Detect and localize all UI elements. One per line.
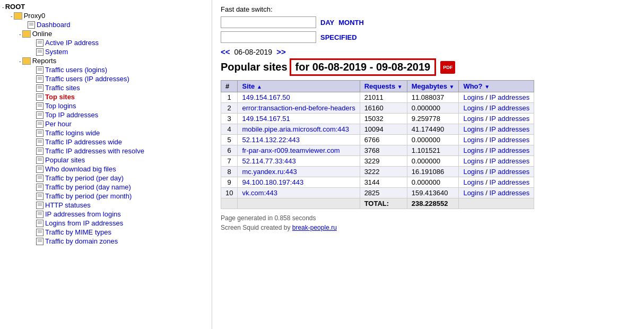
- col-header-requests[interactable]: Requests ▼: [360, 81, 407, 92]
- site-link-9[interactable]: vk.com:443: [242, 189, 277, 197]
- col-header-megabytes[interactable]: Megabytes ▼: [407, 81, 459, 92]
- doc-icon-popular-sites: [36, 157, 43, 164]
- sidebar-item-popular-sites[interactable]: Popular sites: [0, 155, 212, 164]
- sidebar-item-traffic-period-day[interactable]: Traffic by period (per day): [0, 174, 212, 183]
- cell-requests-7: 3222: [360, 167, 407, 177]
- sidebar-item-traffic-ip-wide[interactable]: Traffic IP addresses wide: [0, 137, 212, 146]
- site-link-4[interactable]: 52.114.132.22:443: [242, 136, 299, 144]
- sort-megabytes-link[interactable]: Megabytes ▼: [412, 82, 455, 90]
- sort-requests-link[interactable]: Requests ▼: [364, 82, 403, 90]
- folder-icon-reports: [22, 57, 31, 65]
- cell-requests-5: 3768: [360, 145, 407, 156]
- col-header-who[interactable]: Who? ▼: [459, 81, 534, 92]
- doc-icon-ip-from-logins: [36, 211, 43, 218]
- logins-link-8[interactable]: Logins: [463, 178, 483, 186]
- sidebar-item-traffic-period-dayname[interactable]: Traffic by period (day name): [0, 183, 212, 192]
- doc-icon-traffic-period-day: [36, 175, 43, 182]
- prev-link[interactable]: <<: [221, 47, 230, 56]
- table-row: 10vk.com:4432825159.413640Logins / IP ad…: [221, 188, 534, 198]
- sidebar-item-who-download[interactable]: Who download big files: [0, 164, 212, 174]
- sidebar-item-per-hour[interactable]: Per hour: [0, 119, 212, 128]
- pdf-icon[interactable]: PDF: [440, 61, 455, 74]
- separator-0: /: [484, 93, 490, 101]
- specified-link[interactable]: SPECIFIED: [320, 33, 357, 41]
- doc-icon-top-sites: [36, 93, 43, 101]
- ipaddresses-link-5[interactable]: IP addresses: [490, 146, 530, 154]
- cell-num-5: 6: [221, 145, 238, 156]
- sidebar-label-root: ROOT: [5, 3, 25, 11]
- site-link-5[interactable]: fr-par-anx-r009.teamviewer.com: [242, 146, 340, 154]
- ipaddresses-link-1[interactable]: IP addresses: [490, 104, 530, 112]
- total-empty-1: [221, 198, 238, 209]
- separator-7: /: [484, 168, 490, 176]
- sidebar-item-logins-from-ip[interactable]: Logins from IP addresses: [0, 219, 212, 228]
- sort-who-link[interactable]: Who? ▼: [463, 82, 490, 90]
- logins-link-1[interactable]: Logins: [463, 104, 483, 112]
- cell-requests-6: 3229: [360, 156, 407, 167]
- sidebar-item-traffic-period-month[interactable]: Traffic by period (per month): [0, 192, 212, 201]
- sidebar-item-traffic-logins-wide[interactable]: Traffic logins wide: [0, 128, 212, 137]
- sidebar-item-top-sites[interactable]: Top sites: [0, 92, 212, 101]
- toggle-icon-root[interactable]: -: [2, 4, 4, 10]
- month-link[interactable]: MONTH: [338, 19, 364, 27]
- ipaddresses-link-8[interactable]: IP addresses: [490, 178, 530, 186]
- next-link[interactable]: >>: [276, 47, 286, 56]
- logins-link-9[interactable]: Logins: [463, 189, 483, 197]
- doc-icon-logins-from-ip: [36, 220, 43, 227]
- date-input-1[interactable]: [221, 16, 316, 28]
- footer-credit-link[interactable]: break-people.ru: [292, 224, 337, 231]
- sidebar-item-top-ip-addresses[interactable]: Top IP addresses: [0, 110, 212, 119]
- sidebar-item-traffic-ip-resolve[interactable]: Traffic IP addresses with resolve: [0, 146, 212, 155]
- site-link-8[interactable]: 94.100.180.197:443: [242, 178, 303, 186]
- sidebar-item-traffic-users-ip[interactable]: Traffic users (IP addresses): [0, 74, 212, 83]
- logins-link-3[interactable]: Logins: [463, 125, 483, 133]
- ipaddresses-link-0[interactable]: IP addresses: [490, 93, 530, 101]
- site-link-3[interactable]: mobile.pipe.aria.microsoft.com:443: [242, 125, 349, 133]
- cell-who-0: Logins / IP addresses: [459, 92, 534, 103]
- logins-link-5[interactable]: Logins: [463, 146, 483, 154]
- sidebar-item-top-logins[interactable]: Top logins: [0, 101, 212, 110]
- site-link-2[interactable]: 149.154.167.51: [242, 115, 290, 123]
- day-month-row: DAY MONTH: [221, 16, 636, 28]
- site-link-0[interactable]: 149.154.167.50: [242, 93, 290, 101]
- col-header-site[interactable]: Site ▲: [238, 81, 360, 92]
- doc-icon-top-ip-addresses: [36, 111, 43, 119]
- sort-site-link[interactable]: Site ▲: [242, 82, 262, 90]
- logins-link-4[interactable]: Logins: [463, 136, 483, 144]
- page-title-prefix: Popular sites: [221, 61, 288, 73]
- sidebar-item-traffic-mime[interactable]: Traffic by MIME types: [0, 228, 212, 237]
- doc-icon-who-download: [36, 166, 43, 173]
- toggle-icon-reports[interactable]: -: [19, 58, 21, 64]
- sidebar-item-active-ip[interactable]: Active IP address: [0, 38, 212, 47]
- ipaddresses-link-9[interactable]: IP addresses: [490, 189, 530, 197]
- toggle-icon-online[interactable]: -: [19, 31, 21, 37]
- logins-link-0[interactable]: Logins: [463, 93, 483, 101]
- sidebar-label-reports: Reports: [32, 57, 57, 65]
- site-link-6[interactable]: 52.114.77.33:443: [242, 157, 295, 165]
- sidebar-item-ip-from-logins[interactable]: IP addresses from logins: [0, 210, 212, 219]
- sidebar-item-dashboard[interactable]: Dashboard: [0, 20, 212, 29]
- logins-link-2[interactable]: Logins: [463, 115, 483, 123]
- sidebar-item-system[interactable]: System: [0, 47, 212, 56]
- toggle-icon-proxy0[interactable]: -: [11, 13, 13, 19]
- site-link-7[interactable]: mc.yandex.ru:443: [242, 168, 297, 176]
- current-date: 06-08-2019: [234, 48, 273, 56]
- sidebar-item-traffic-domain[interactable]: Traffic by domain zones: [0, 237, 212, 246]
- day-link[interactable]: DAY: [320, 19, 334, 27]
- ipaddresses-link-7[interactable]: IP addresses: [490, 168, 530, 176]
- sidebar-item-traffic-users-logins[interactable]: Traffic users (logins): [0, 65, 212, 74]
- separator-5: /: [484, 146, 490, 154]
- logins-link-6[interactable]: Logins: [463, 157, 483, 165]
- logins-link-7[interactable]: Logins: [463, 168, 483, 176]
- ipaddresses-link-3[interactable]: IP addresses: [490, 125, 530, 133]
- table-row: 994.100.180.197:44331440.000000Logins / …: [221, 177, 534, 188]
- ipaddresses-link-2[interactable]: IP addresses: [490, 115, 530, 123]
- ipaddresses-link-4[interactable]: IP addresses: [490, 136, 530, 144]
- total-empty-2: [238, 198, 360, 209]
- date-input-2[interactable]: [221, 31, 316, 43]
- ipaddresses-link-6[interactable]: IP addresses: [490, 157, 530, 165]
- site-link-1[interactable]: error:transaction-end-before-headers: [242, 104, 355, 112]
- sidebar-item-traffic-sites[interactable]: Traffic sites: [0, 83, 212, 92]
- sidebar-item-http-statuses[interactable]: HTTP statuses: [0, 201, 212, 210]
- cell-who-8: Logins / IP addresses: [459, 177, 534, 188]
